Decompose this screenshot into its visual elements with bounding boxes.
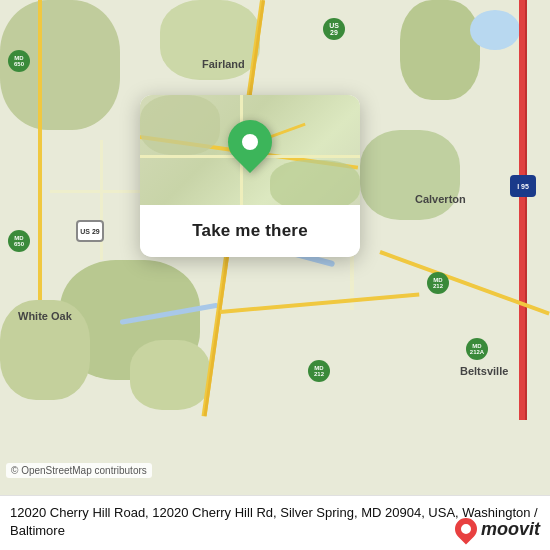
label-fairland: Fairland <box>202 58 245 70</box>
badge-us29-top: US29 <box>323 18 345 40</box>
badge-md650-mid: MD650 <box>8 230 30 252</box>
pin-marker <box>219 111 281 173</box>
bottom-bar: 12020 Cherry Hill Road, 12020 Cherry Hil… <box>0 495 550 550</box>
badge-md212-right: MD212 <box>427 272 449 294</box>
card-green <box>140 95 220 155</box>
green-area <box>130 340 210 410</box>
green-area <box>400 0 480 100</box>
label-beltsville: Beltsville <box>460 365 508 377</box>
osm-attribution: © OpenStreetMap contributors <box>6 463 152 478</box>
badge-i95: I 95 <box>510 175 536 197</box>
green-area <box>360 130 460 220</box>
take-me-there-button[interactable]: Take me there <box>140 205 360 257</box>
label-calverton: Calverton <box>415 193 466 205</box>
map-container: US29 MD650 MD650 US 29 MD212 MD212 MD212… <box>0 0 550 550</box>
moovit-text: moovit <box>481 519 540 540</box>
location-pin <box>228 120 272 164</box>
badge-md650-top: MD650 <box>8 50 30 72</box>
local-road <box>100 140 103 260</box>
card-green <box>270 160 360 205</box>
badge-md212a: MD212A <box>466 338 488 360</box>
moovit-logo: moovit <box>455 518 540 540</box>
moovit-pin-icon <box>450 513 481 544</box>
badge-us29-mid: US 29 <box>76 220 104 242</box>
road-md650 <box>38 0 42 300</box>
highway-i95-line <box>525 0 527 420</box>
badge-md212-bottom: MD212 <box>308 360 330 382</box>
card-map-area <box>140 95 360 205</box>
label-whiteoak: White Oak <box>18 310 72 322</box>
water-body <box>470 10 520 50</box>
overlay-card: Take me there <box>140 95 360 257</box>
pin-inner <box>242 134 258 150</box>
